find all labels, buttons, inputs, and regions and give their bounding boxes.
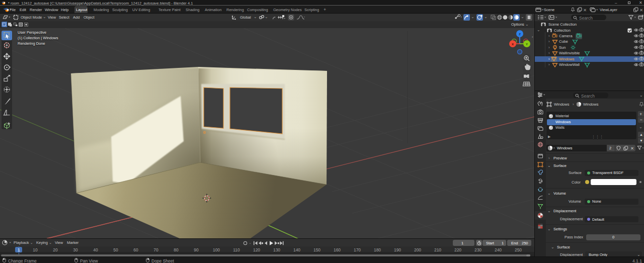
svg-text:X: X (512, 43, 514, 46)
svg-text:‹: ‹ (532, 35, 533, 39)
svg-text:Y: Y (526, 43, 528, 46)
svg-text:Z: Z (519, 33, 521, 36)
